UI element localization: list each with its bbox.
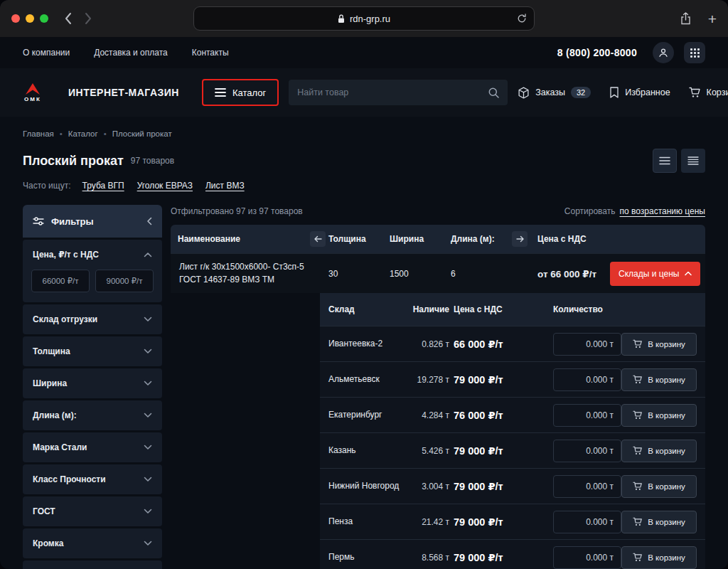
user-icon (658, 48, 668, 58)
cart-icon (633, 553, 643, 562)
cart-icon (633, 375, 643, 384)
filter-price-toggle[interactable]: Цена, ₽/т с НДС (23, 240, 162, 270)
product-name[interactable]: Лист г/к 30х1500х6000- Ст3сп-5 ГОСТ 1463… (178, 255, 328, 292)
col-price-header: Цена с НДС (530, 234, 610, 244)
filter-section[interactable]: Марка Стали (23, 432, 162, 462)
often-search-link[interactable]: Уголок ЕВРАЗ (137, 181, 193, 191)
favorites-label: Избранное (625, 87, 670, 97)
account-button[interactable] (653, 42, 674, 63)
apps-menu-button[interactable] (684, 42, 705, 63)
add-to-cart-button[interactable]: В корзину (621, 368, 697, 391)
col-width-header: Ширина (390, 234, 451, 244)
hamburger-icon (215, 88, 226, 97)
add-to-cart-button[interactable]: В корзину (621, 440, 697, 462)
search-icon[interactable] (488, 87, 499, 98)
orders-button[interactable]: Заказы 32 (518, 87, 591, 99)
warehouse-row: Пенза 21.42 т 79 000 ₽/т В корзину (320, 504, 705, 539)
utility-nav-link[interactable]: О компании (23, 48, 70, 58)
add-to-cart-label: В корзину (648, 447, 685, 455)
chevron-down-icon (144, 381, 152, 386)
omk-emblem-icon (23, 83, 43, 95)
add-to-cart-button[interactable]: В корзину (621, 333, 697, 356)
breadcrumb-item[interactable]: Главная (23, 129, 54, 138)
filter-section[interactable]: Класс Прочности (23, 464, 162, 494)
favorites-button[interactable]: Избранное (609, 87, 670, 98)
price-min-input[interactable] (31, 270, 90, 292)
forward-button[interactable] (85, 12, 92, 25)
price-max-input[interactable] (95, 270, 154, 292)
breadcrumb-item[interactable]: Плоский прокат (104, 129, 172, 138)
chevron-left-icon[interactable] (146, 217, 152, 225)
filter-section[interactable]: Длина (м): (23, 400, 162, 430)
breadcrumb-item[interactable]: Каталог (60, 129, 98, 138)
omk-logo[interactable]: ОМК (23, 83, 43, 102)
often-search-link[interactable]: Труба ВГП (82, 181, 124, 191)
cart-icon (633, 339, 643, 349)
col-length-header: Длина (м): (451, 234, 512, 244)
filter-section[interactable]: Склад отгрузки (23, 304, 162, 334)
filter-section[interactable]: Толщина (23, 336, 162, 366)
main-header: ОМК ИНТЕРНЕТ-МАГАЗИН Каталог Заказы 32 (0, 68, 728, 117)
scroll-left-button[interactable] (310, 231, 326, 247)
cart-icon (633, 446, 643, 455)
warehouse-row: Пермь 8.568 т 79 000 ₽/т В корзину (320, 539, 705, 569)
product-row: Лист г/к 30х1500х6000- Ст3сп-5 ГОСТ 1463… (171, 253, 705, 293)
quantity-input[interactable] (553, 475, 621, 498)
phone-number[interactable]: 8 (800) 200-8000 (557, 47, 637, 58)
filter-section[interactable]: ГОСТ (23, 496, 162, 526)
warehouse-name: Казань (328, 445, 408, 457)
add-to-cart-button[interactable]: В корзину (621, 404, 697, 427)
filter-sections: Склад отгрузки Толщина Ширина Длина (м):… (23, 304, 162, 558)
minimize-window-button[interactable] (26, 14, 34, 23)
add-to-cart-button[interactable]: В корзину (621, 475, 697, 498)
orders-label: Заказы (535, 87, 565, 97)
often-search-link[interactable]: Лист ВМЗ (205, 181, 245, 191)
utility-nav-link[interactable]: Доставка и оплата (94, 48, 168, 58)
quantity-input[interactable] (553, 404, 621, 427)
list-view-button[interactable] (653, 149, 677, 173)
warehouse-row: Альметьевск 19.278 т 79 000 ₽/т В корзин… (320, 361, 705, 397)
quantity-input[interactable] (553, 333, 621, 356)
chevron-down-icon (144, 317, 152, 322)
compact-view-button[interactable] (681, 149, 705, 173)
quantity-input[interactable] (553, 511, 621, 533)
zoom-window-button[interactable] (40, 14, 48, 23)
quantity-input[interactable] (553, 368, 621, 391)
cart-icon (633, 517, 643, 526)
share-icon[interactable] (680, 12, 691, 25)
new-tab-button[interactable]: + (708, 11, 717, 26)
utility-nav-link[interactable]: Контакты (192, 48, 229, 58)
chevron-down-icon (144, 541, 152, 546)
catalog-button[interactable]: Каталог (202, 79, 279, 106)
cart-label: Корзина (707, 87, 728, 97)
reload-icon[interactable] (517, 14, 527, 23)
col-thickness-header: Толщина (328, 234, 390, 244)
filter-section-partial[interactable] (23, 560, 162, 569)
search-input[interactable] (297, 87, 483, 97)
filter-price-label: Цена, ₽/т с НДС (33, 250, 99, 260)
warehouse-stock: 3.004 т (408, 482, 454, 491)
orders-count-badge: 32 (571, 87, 591, 98)
add-to-cart-button[interactable]: В корзину (621, 511, 697, 533)
add-to-cart-button[interactable]: В корзину (621, 546, 697, 569)
orders-box-icon (518, 87, 530, 99)
scroll-right-button[interactable] (512, 231, 528, 247)
quantity-input[interactable] (553, 440, 621, 462)
warehouse-stock: 4.284 т (408, 410, 454, 420)
address-bar[interactable]: rdn-grp.ru (193, 6, 535, 31)
warehouse-name: Пенза (328, 516, 408, 528)
filters-header[interactable]: Фильтры (23, 205, 162, 238)
back-button[interactable] (64, 12, 72, 25)
filter-section[interactable]: Ширина (23, 368, 162, 398)
add-to-cart-label: В корзину (648, 482, 685, 491)
close-window-button[interactable] (11, 14, 20, 23)
quantity-input[interactable] (553, 546, 621, 569)
warehouses-prices-button[interactable]: Склады и цены (610, 262, 700, 286)
sort-order-link[interactable]: по возрастанию цены (620, 206, 706, 216)
warehouse-stock: 8.568 т (408, 553, 454, 563)
traffic-lights (11, 14, 48, 23)
browser-window: rdn-grp.ru + О компании Доставка и оплат… (0, 0, 728, 569)
warehouse-stock: 21.42 т (408, 517, 454, 527)
filter-section[interactable]: Кромка (23, 528, 162, 558)
cart-button[interactable]: Корзина (689, 87, 728, 98)
